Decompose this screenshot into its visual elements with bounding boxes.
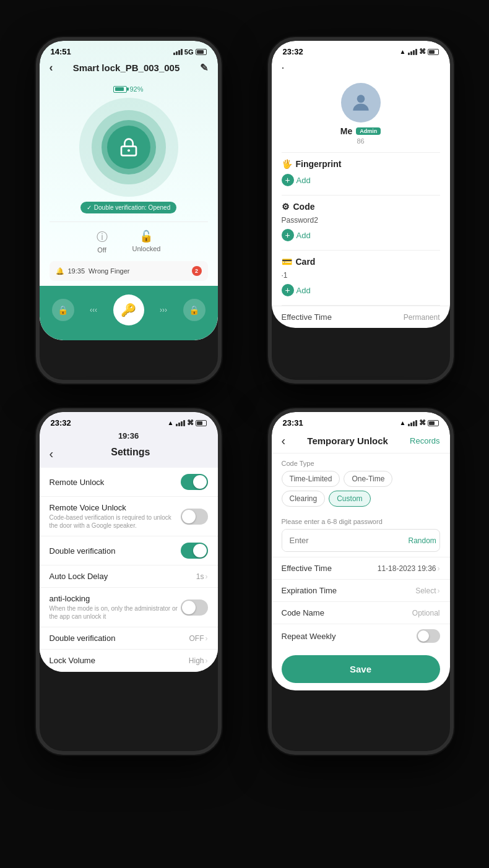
- save-button[interactable]: Save: [282, 655, 440, 683]
- eff-time-chevron: ›: [438, 564, 440, 573]
- status-icons-1: 5G: [173, 48, 207, 56]
- password-label: Please enter a 6-8 digit password: [282, 518, 440, 525]
- password-input[interactable]: [282, 530, 401, 551]
- code-type-one-time[interactable]: One-Time: [344, 471, 392, 487]
- status-time-3: 23:32: [51, 418, 71, 428]
- location-icon: ▲: [400, 48, 406, 55]
- lock-icon-circle[interactable]: [107, 126, 150, 169]
- setting-double-verify-val[interactable]: Double verification OFF ›: [40, 627, 218, 650]
- toggle-repeat-weekly[interactable]: [417, 629, 440, 643]
- password-section: Please enter a 6-8 digit password Random: [272, 518, 450, 557]
- toggle-anti-locking[interactable]: [181, 599, 208, 616]
- chevron-3: ›: [206, 572, 208, 581]
- setting-lock-volume[interactable]: Lock Volume High ›: [40, 650, 218, 672]
- status-icons-3: ▲ ⌘: [168, 419, 207, 427]
- card-label: Card: [296, 257, 316, 267]
- unlocked-item[interactable]: 🔓 Unlocked: [132, 230, 161, 254]
- toggle-voice-unlock[interactable]: [181, 509, 208, 525]
- fingerprint-add-btn[interactable]: + Add: [282, 171, 440, 189]
- svg-point-2: [357, 95, 365, 103]
- card-add-label: Add: [296, 286, 311, 295]
- back-button[interactable]: ‹: [50, 61, 53, 74]
- code-add-btn[interactable]: + Add: [282, 226, 440, 244]
- fingerprint-add-label: Add: [296, 176, 311, 185]
- off-label: Off: [97, 246, 106, 254]
- alert-left: 🔔 19:35 Wrong Finger: [56, 267, 130, 275]
- setting-value-5: OFF ›: [189, 634, 208, 643]
- status-bar-phone2: 23:32 ▲ ⌘: [272, 41, 450, 59]
- code-name-form-row[interactable]: Code Name Optional: [272, 601, 450, 624]
- lock-left-btn[interactable]: 🔒: [52, 299, 74, 321]
- password-input-row: Random: [282, 529, 440, 552]
- left-arrows: ‹‹‹: [90, 306, 97, 314]
- off-icon: ⓘ: [97, 230, 108, 244]
- alert-count: 2: [195, 268, 198, 274]
- profile-name-row: Me Admin: [340, 126, 381, 136]
- location-icon-3: ▲: [168, 419, 174, 426]
- off-item[interactable]: ⓘ Off: [97, 230, 108, 254]
- setting-auto-lock[interactable]: Auto Lock Delay 1s ›: [40, 565, 218, 588]
- inner-time: 19:36: [40, 430, 218, 442]
- wifi-icon-3: ⌘: [187, 419, 194, 427]
- user-icon: [349, 91, 373, 114]
- chevron-5: ›: [206, 634, 208, 643]
- settings-list: Remote Unlock Remote Voice Unlock Code-b…: [40, 468, 218, 672]
- tempunlock-back-btn[interactable]: ‹: [282, 434, 286, 448]
- alert-msg: Wrong Finger: [89, 267, 129, 275]
- fingerprint-icon: 🖐: [282, 159, 292, 169]
- effective-time-form-label: Effective Time: [282, 564, 332, 573]
- battery-pct: 92%: [129, 85, 143, 93]
- repeat-weekly-label: Repeat Weekly: [282, 632, 336, 641]
- toggle-remote-unlock[interactable]: [181, 474, 208, 490]
- verify-icon: ✓: [87, 204, 92, 211]
- setting-double-verify: Double verification: [40, 536, 218, 565]
- code-section: ⚙ Code Password2 + Add: [272, 196, 450, 250]
- setting-desc-1: Code-based verification is required to u…: [50, 513, 181, 530]
- battery-icon: [196, 49, 207, 55]
- edit-button[interactable]: ✎: [200, 62, 208, 74]
- card-item: ·1: [282, 269, 440, 281]
- code-type-clearing[interactable]: Clearing: [282, 491, 326, 507]
- records-link[interactable]: Records: [410, 436, 439, 445]
- bell-icon: 🔔: [56, 267, 64, 275]
- code-type-custom[interactable]: Custom: [329, 491, 370, 507]
- code-type-buttons: Time-Limited One-Time Clearing Custom: [282, 471, 440, 507]
- alert-time: 19:35: [68, 267, 85, 275]
- status-bar-phone4: 23:31 ▲ ⌘: [272, 412, 450, 430]
- effective-time-form-row[interactable]: Effective Time 11-18-2023 19:36 ›: [272, 557, 450, 579]
- random-button[interactable]: Random: [401, 531, 440, 550]
- admin-badge: Admin: [356, 127, 381, 135]
- code-item: Password2: [282, 214, 440, 226]
- expiration-time-value: Select ›: [415, 587, 439, 595]
- unlocked-icon: 🔓: [139, 230, 153, 243]
- expiration-time-label: Expiration Time: [282, 586, 337, 595]
- setting-label-1: Remote Voice Unlock: [50, 503, 181, 512]
- profile-area: Me Admin 86: [272, 78, 450, 152]
- setting-label-3: Auto Lock Delay: [50, 572, 196, 581]
- expiration-time-form-row[interactable]: Expiration Time Select ›: [272, 579, 450, 601]
- lock-right-btn[interactable]: 🔒: [183, 299, 206, 321]
- status-icons-2: ▲ ⌘: [400, 48, 439, 56]
- battery-icon-2: [428, 49, 439, 55]
- avatar: [341, 83, 381, 122]
- card-add-btn[interactable]: + Add: [282, 281, 440, 299]
- status-bar-phone1: 14:51 5G: [40, 41, 218, 59]
- code-type-time-limited[interactable]: Time-Limited: [282, 471, 340, 487]
- alert-row: 🔔 19:35 Wrong Finger 2: [50, 261, 208, 281]
- chevron-6: ›: [206, 656, 208, 665]
- fingerprint-label: Fingerprint: [296, 159, 342, 169]
- code-label: Code: [293, 202, 315, 212]
- code-icon: ⚙: [282, 202, 290, 212]
- effective-time-row: Effective Time Permanent: [272, 306, 450, 328]
- double-verify-badge: ✓ Double verification: Opened: [80, 202, 176, 213]
- fingerprint-header: 🖐 Fingerprint: [282, 159, 440, 169]
- key-center-btn[interactable]: 🔑: [113, 294, 144, 325]
- nav-dot: ·: [282, 61, 285, 74]
- setting-desc-4: When the mode is on, only the administra…: [50, 604, 181, 621]
- wifi-icon-4: ⌘: [419, 419, 426, 427]
- settings-back-btn[interactable]: ‹: [50, 447, 54, 461]
- profile-name: Me: [340, 126, 352, 136]
- signal-icon-2: [408, 49, 417, 55]
- toggle-double-verify[interactable]: [181, 543, 208, 559]
- device-title: Smart lock_PB_003_005: [73, 62, 180, 73]
